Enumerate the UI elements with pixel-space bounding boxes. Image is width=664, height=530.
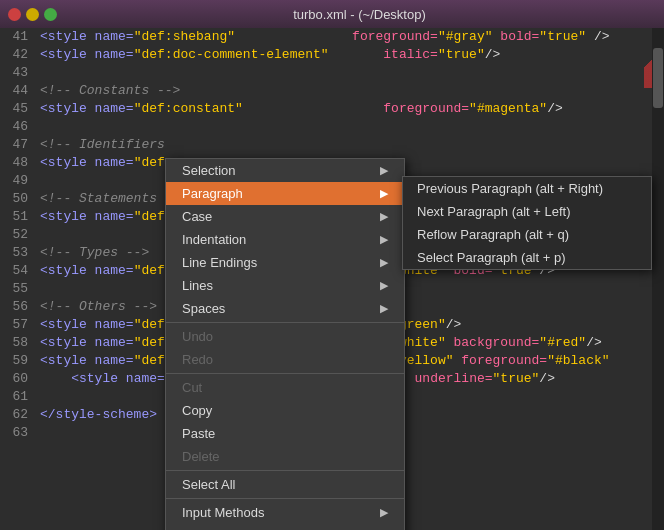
context-menu-item-select-all[interactable]: Select All bbox=[166, 473, 404, 496]
context-menu-item-insert-unicode[interactable]: Insert Unicode Control Character ▶ bbox=[166, 524, 404, 530]
menu-item-label: Line Endings bbox=[182, 255, 257, 270]
context-menu-item-redo: Redo bbox=[166, 348, 404, 371]
close-button[interactable] bbox=[8, 8, 21, 21]
submenu-arrow: ▶ bbox=[380, 210, 388, 223]
context-menu-item-selection[interactable]: Selection ▶ bbox=[166, 159, 404, 182]
title-bar: turbo.xml - (~/Desktop) bbox=[0, 0, 664, 28]
maximize-button[interactable] bbox=[44, 8, 57, 21]
menu-separator bbox=[166, 322, 404, 323]
context-menu-item-spaces[interactable]: Spaces ▶ bbox=[166, 297, 404, 320]
submenu-arrow: ▶ bbox=[380, 279, 388, 292]
context-menu-item-input-methods[interactable]: Input Methods ▶ bbox=[166, 501, 404, 524]
context-menu-item-line-endings[interactable]: Line Endings ▶ bbox=[166, 251, 404, 274]
menu-item-label: Selection bbox=[182, 163, 235, 178]
submenu-item-label: Next Paragraph (alt + Left) bbox=[417, 204, 571, 219]
submenu-arrow: ▶ bbox=[380, 164, 388, 177]
context-menu-item-indentation[interactable]: Indentation ▶ bbox=[166, 228, 404, 251]
menu-item-label: Spaces bbox=[182, 301, 225, 316]
context-menu-item-case[interactable]: Case ▶ bbox=[166, 205, 404, 228]
menu-item-label: Select All bbox=[182, 477, 235, 492]
submenu-item-next-paragraph[interactable]: Next Paragraph (alt + Left) bbox=[403, 200, 651, 223]
submenu-item-reflow-paragraph[interactable]: Reflow Paragraph (alt + q) bbox=[403, 223, 651, 246]
context-menu-item-copy[interactable]: Copy bbox=[166, 399, 404, 422]
menu-item-label: Case bbox=[182, 209, 212, 224]
editor-area: 41 <style name="def:shebang" foreground=… bbox=[0, 28, 664, 530]
window-controls bbox=[8, 8, 57, 21]
menu-item-label: Indentation bbox=[182, 232, 246, 247]
submenu-item-prev-paragraph[interactable]: Previous Paragraph (alt + Right) bbox=[403, 177, 651, 200]
minimize-button[interactable] bbox=[26, 8, 39, 21]
context-menu-item-lines[interactable]: Lines ▶ bbox=[166, 274, 404, 297]
submenu-item-label: Reflow Paragraph (alt + q) bbox=[417, 227, 569, 242]
submenu-item-select-paragraph[interactable]: Select Paragraph (alt + p) bbox=[403, 246, 651, 269]
menu-item-label: Cut bbox=[182, 380, 202, 395]
menu-separator bbox=[166, 373, 404, 374]
context-menu-item-cut: Cut bbox=[166, 376, 404, 399]
submenu-arrow: ▶ bbox=[380, 506, 388, 519]
submenu-item-label: Previous Paragraph (alt + Right) bbox=[417, 181, 603, 196]
submenu-arrow: ▶ bbox=[380, 256, 388, 269]
menu-item-label: Lines bbox=[182, 278, 213, 293]
menu-separator bbox=[166, 470, 404, 471]
context-menu-overlay[interactable]: Selection ▶ Paragraph ▶ Case ▶ Indentati… bbox=[0, 28, 664, 530]
context-menu-item-paragraph[interactable]: Paragraph ▶ bbox=[166, 182, 404, 205]
menu-item-label: Delete bbox=[182, 449, 220, 464]
paragraph-submenu: Previous Paragraph (alt + Right) Next Pa… bbox=[402, 176, 652, 270]
context-menu-item-delete: Delete bbox=[166, 445, 404, 468]
menu-item-label: Redo bbox=[182, 352, 213, 367]
context-menu-item-undo: Undo bbox=[166, 325, 404, 348]
context-menu: Selection ▶ Paragraph ▶ Case ▶ Indentati… bbox=[165, 158, 405, 530]
menu-item-label: Paste bbox=[182, 426, 215, 441]
menu-item-label: Copy bbox=[182, 403, 212, 418]
menu-item-label: Input Methods bbox=[182, 505, 264, 520]
window-title: turbo.xml - (~/Desktop) bbox=[63, 7, 656, 22]
menu-separator bbox=[166, 498, 404, 499]
submenu-item-label: Select Paragraph (alt + p) bbox=[417, 250, 566, 265]
context-menu-item-paste[interactable]: Paste bbox=[166, 422, 404, 445]
submenu-arrow: ▶ bbox=[380, 233, 388, 246]
menu-item-label: Paragraph bbox=[182, 186, 243, 201]
menu-item-label: Undo bbox=[182, 329, 213, 344]
submenu-arrow: ▶ bbox=[380, 302, 388, 315]
submenu-arrow: ▶ bbox=[380, 187, 388, 200]
